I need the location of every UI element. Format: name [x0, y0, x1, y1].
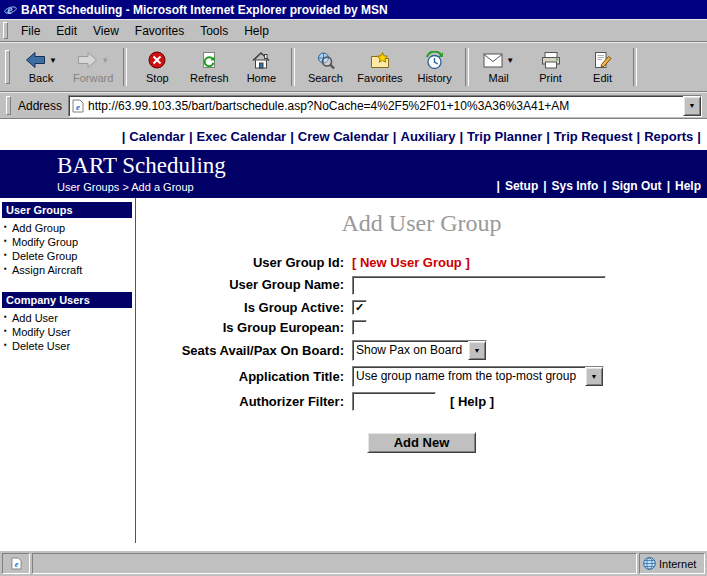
- forward-dropdown-icon[interactable]: ▼: [101, 56, 109, 65]
- mail-label: Mail: [489, 72, 509, 84]
- favorites-label: Favorites: [357, 72, 402, 84]
- search-button[interactable]: Search: [299, 48, 351, 86]
- toolbar: ▼ Back ▼ Forward Stop: [0, 42, 707, 92]
- banner-separator: |: [543, 179, 546, 193]
- address-label: Address: [18, 99, 62, 113]
- menubar-grip-handle[interactable]: [3, 22, 8, 39]
- nav-calendar[interactable]: Calendar: [129, 129, 185, 144]
- link-setup[interactable]: Setup: [505, 179, 538, 193]
- nav-auxiliary[interactable]: Auxiliary: [401, 129, 456, 144]
- add-user-group-form: User Group Id: [ New User Group ] User G…: [136, 255, 707, 453]
- page-icon: e: [11, 557, 22, 570]
- toolbar-separator: [633, 48, 637, 86]
- page-viewport: |Calendar|Exec Calendar|Crew Calendar|Au…: [0, 119, 707, 550]
- menu-edit[interactable]: Edit: [48, 22, 85, 40]
- edit-label: Edit: [593, 72, 612, 84]
- back-button[interactable]: ▼ Back: [15, 48, 67, 86]
- address-dropdown-button[interactable]: ▼: [683, 96, 701, 116]
- banner-links: |Setup|Sys Info|Sign Out|Help: [492, 179, 701, 193]
- addressbar-grip-handle[interactable]: [6, 96, 11, 116]
- application-title-selected-value: Use group name from the top-most group: [353, 369, 585, 383]
- link-help[interactable]: Help: [675, 179, 701, 193]
- zone-label: Internet: [659, 558, 696, 570]
- sidebar-item-add-group[interactable]: Add Group: [0, 221, 135, 235]
- title-bar: e BART Scheduling - Microsoft Internet E…: [0, 0, 707, 19]
- status-message-pane: [32, 553, 637, 574]
- seats-avail-select[interactable]: Show Pax on Board ▼: [352, 340, 487, 361]
- application-title-select[interactable]: Use group name from the top-most group ▼: [352, 366, 604, 387]
- user-group-id-value: [ New User Group ]: [352, 255, 707, 270]
- menu-favorites[interactable]: Favorites: [127, 22, 192, 40]
- print-icon: [541, 51, 561, 69]
- forward-button[interactable]: ▼ Forward: [67, 48, 119, 86]
- banner-separator: |: [667, 179, 670, 193]
- breadcrumb: User Groups > Add a Group: [57, 181, 194, 193]
- back-dropdown-icon[interactable]: ▼: [49, 56, 57, 65]
- add-new-button[interactable]: Add New: [367, 432, 477, 453]
- menu-tools[interactable]: Tools: [192, 22, 236, 40]
- is-group-active-checkbox[interactable]: ✓: [352, 300, 367, 315]
- status-page-pane: e: [2, 553, 30, 574]
- sidebar-item-modify-user[interactable]: Modify User: [0, 325, 135, 339]
- edit-pencil-icon: [593, 51, 612, 69]
- stop-label: Stop: [146, 72, 169, 84]
- seats-avail-selected-value: Show Pax on Board: [353, 343, 468, 357]
- status-zone-pane: Internet: [639, 553, 705, 574]
- application-title-label: Application Title:: [136, 369, 352, 384]
- is-group-european-checkbox[interactable]: [352, 320, 367, 335]
- nav-reports[interactable]: Reports: [644, 129, 693, 144]
- history-clock-icon: [425, 51, 444, 70]
- toolbar-separator: [123, 48, 127, 86]
- globe-icon: [643, 557, 656, 570]
- is-group-european-label: Is Group European:: [136, 320, 352, 335]
- forward-arrow-icon: [77, 51, 98, 69]
- refresh-button[interactable]: Refresh: [183, 48, 235, 86]
- mail-button[interactable]: ▼ Mail: [473, 48, 525, 86]
- user-group-name-input[interactable]: [352, 276, 606, 295]
- user-group-name-label: User Group Name:: [136, 277, 352, 292]
- home-icon: [251, 51, 271, 69]
- toolbar-separator: [465, 48, 469, 86]
- select-dropdown-button[interactable]: ▼: [585, 367, 603, 386]
- nav-trip-planner[interactable]: Trip Planner: [467, 129, 542, 144]
- history-button[interactable]: History: [409, 48, 461, 86]
- svg-text:e: e: [76, 102, 80, 112]
- forward-label: Forward: [73, 72, 113, 84]
- sidebar-item-delete-user[interactable]: Delete User: [0, 339, 135, 353]
- nav-separator: |: [393, 129, 397, 144]
- mail-dropdown-icon[interactable]: ▼: [506, 56, 514, 65]
- search-label: Search: [308, 72, 343, 84]
- sidebar-item-add-user[interactable]: Add User: [0, 311, 135, 325]
- authorizer-filter-label: Authorizer Filter:: [136, 394, 352, 409]
- edit-button[interactable]: Edit: [577, 48, 629, 86]
- home-label: Home: [247, 72, 276, 84]
- sidebar-item-assign-aircraft[interactable]: Assign Aircraft: [0, 263, 135, 277]
- refresh-icon: [200, 51, 218, 69]
- link-sys-info[interactable]: Sys Info: [552, 179, 599, 193]
- nav-crew-calendar[interactable]: Crew Calendar: [298, 129, 389, 144]
- nav-trip-request[interactable]: Trip Request: [554, 129, 633, 144]
- home-button[interactable]: Home: [235, 48, 287, 86]
- menu-file[interactable]: File: [13, 22, 48, 40]
- favorites-button[interactable]: Favorites: [351, 48, 408, 86]
- menu-view[interactable]: View: [85, 22, 127, 40]
- seats-avail-label: Seats Avail/Pax On Board:: [136, 343, 352, 358]
- main-content: Add User Group User Group Id: [ New User…: [136, 198, 707, 550]
- browser-window: e BART Scheduling - Microsoft Internet E…: [0, 0, 707, 576]
- menu-help[interactable]: Help: [236, 22, 277, 40]
- sidebar-item-modify-group[interactable]: Modify Group: [0, 235, 135, 249]
- banner-separator: |: [497, 179, 500, 193]
- nav-separator: |: [290, 129, 294, 144]
- select-dropdown-button[interactable]: ▼: [468, 341, 486, 360]
- toolbar-grip-handle[interactable]: [5, 50, 10, 84]
- address-input[interactable]: e http://63.99.103.35/bart/bartschedule.…: [68, 95, 702, 117]
- print-button[interactable]: Print: [525, 48, 577, 86]
- sidebar-section-user-groups: User Groups Add Group Modify Group Delet…: [0, 202, 135, 277]
- user-group-id-label: User Group Id:: [136, 255, 352, 270]
- authorizer-filter-input[interactable]: [352, 392, 436, 411]
- authorizer-help-link[interactable]: [ Help ]: [450, 394, 494, 409]
- link-sign-out[interactable]: Sign Out: [612, 179, 662, 193]
- sidebar-item-delete-group[interactable]: Delete Group: [0, 249, 135, 263]
- nav-exec-calendar[interactable]: Exec Calendar: [197, 129, 287, 144]
- stop-button[interactable]: Stop: [131, 48, 183, 86]
